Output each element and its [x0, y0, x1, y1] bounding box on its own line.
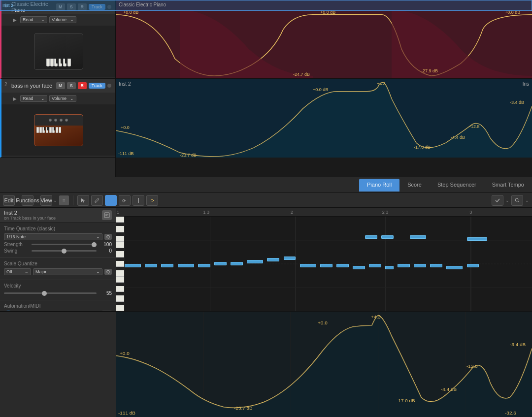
swing-slider[interactable]: [32, 250, 97, 252]
track-header-1: 1 Classic Electric Piano M S R Track ▶ R…: [0, 0, 115, 79]
quantize-q-btn[interactable]: Q: [104, 234, 112, 240]
svg-text:-4.4 dB: -4.4 dB: [441, 386, 457, 392]
automation-lane-bottom: +0.0 -23.7 dB +0.0 +4.3 -17.0 dB -4.4 dB…: [0, 311, 532, 417]
link-tool-btn[interactable]: [146, 195, 158, 206]
track-list: 1 Classic Electric Piano M S R Track ▶ R…: [0, 0, 116, 177]
quantize-title: Time Quantize (classic): [4, 226, 112, 231]
midi-note: [247, 260, 263, 263]
midi-note: [145, 264, 157, 267]
view-btn[interactable]: View: [40, 195, 52, 206]
svg-text:+0.0 dB: +0.0 dB: [313, 87, 328, 92]
automation-curve-1: +0.0 dB -24.7 dB +0.0 dB -27.9 dB +0.0 d…: [116, 0, 532, 78]
lane-1-title: Classic Electric Piano: [119, 2, 166, 7]
quantize-value-row: 1/16 Note⌄ Q: [4, 233, 112, 240]
svg-text:-3.4 dB: -3.4 dB: [510, 100, 524, 105]
region-icon[interactable]: [102, 210, 112, 220]
svg-text:-3.4 dB: -3.4 dB: [510, 342, 526, 347]
velocity-value: 55: [100, 290, 112, 296]
track-1-mode-dropdown[interactable]: Read⌄: [20, 16, 47, 23]
ruler-mark-23: 2 3: [382, 210, 389, 215]
track-2-mode-dropdown[interactable]: Read⌄: [20, 95, 47, 102]
arrange-icon-btn[interactable]: ≡: [59, 195, 69, 205]
svg-text:-111 dB: -111 dB: [118, 151, 134, 156]
region-info-text: Inst 2 on Track bass in your face: [4, 210, 56, 221]
track-2-record-btn[interactable]: R: [78, 82, 87, 89]
svg-text:-27.9 dB: -27.9 dB: [421, 68, 438, 73]
scale-off-dropdown[interactable]: Off⌄: [4, 268, 31, 275]
pr-main: [116, 217, 532, 311]
midi-note: [178, 264, 194, 267]
cursor-tool-btn[interactable]: [77, 195, 89, 206]
slice-tool-btn[interactable]: [133, 195, 144, 206]
strength-slider[interactable]: [32, 244, 97, 245]
snap-tool-btn[interactable]: [492, 195, 503, 206]
scale-row: Off⌄ Major⌄ Q: [4, 268, 112, 275]
scale-type-dropdown[interactable]: Major⌄: [33, 268, 102, 275]
track-lane-1: Classic Electric Piano +0.0 dB -24.7 dB …: [116, 0, 532, 79]
track-number-2: 2: [4, 82, 7, 87]
midi-note: [467, 237, 487, 241]
pr-ruler: 1 1 3 2 2 3 3: [116, 208, 532, 217]
midi-note: [369, 264, 381, 267]
track-2-type-btn[interactable]: Track: [89, 83, 105, 89]
tab-piano-roll[interactable]: Piano Roll: [359, 179, 399, 192]
quantize-value-dropdown[interactable]: 1/16 Note⌄: [4, 233, 102, 240]
quantize-section: Time Quantize (classic) 1/16 Note⌄ Q Str…: [0, 223, 116, 258]
piano-roll-editor: 1 1 3 2 2 3 3 Inst 2: [116, 208, 532, 311]
midi-note: [381, 235, 394, 239]
midi-note: [410, 235, 426, 239]
svg-text:+4.3: +4.3: [371, 314, 381, 320]
track-2-mute-btn[interactable]: M: [56, 82, 65, 89]
toolbar-row: Edit ⌄ Functions ⌄ View ⌄ ≡ ⟳: [0, 193, 532, 208]
scale-quantize-title: Scale Quantize: [4, 261, 112, 266]
automation-midi-label: Automation/MIDI: [4, 303, 112, 309]
svg-text:-17.0 dB: -17.0 dB: [397, 398, 415, 403]
midi-note: [398, 264, 410, 267]
track-1-play-btn[interactable]: ▶: [11, 16, 18, 23]
pencil-tool-btn[interactable]: [91, 195, 103, 206]
track-2-image: [1, 104, 115, 156]
tab-step-sequencer[interactable]: Step Sequencer: [430, 179, 484, 192]
swing-label: Swing: [4, 248, 29, 254]
midi-note: [214, 262, 227, 265]
track-2-play-btn[interactable]: ▶: [11, 95, 18, 102]
svg-text:+0.0: +0.0: [121, 125, 130, 130]
edit-btn[interactable]: Edit: [3, 195, 15, 206]
zoom-tool-btn[interactable]: [511, 195, 523, 206]
midi-note: [336, 264, 349, 267]
midi-note: [198, 264, 210, 267]
tab-score[interactable]: Score: [399, 179, 430, 192]
svg-text:-32.6: -32.6: [505, 410, 516, 416]
svg-text:+4.3: +4.3: [377, 81, 386, 86]
midi-grid[interactable]: [125, 217, 532, 311]
midi-note: [284, 257, 296, 260]
midi-note: [125, 264, 141, 267]
svg-text:+0.0: +0.0: [120, 351, 130, 356]
svg-rect-15: [108, 199, 113, 201]
strength-label: Strength: [4, 242, 29, 247]
track-2-solo-btn[interactable]: S: [67, 82, 76, 89]
functions-btn[interactable]: Functions: [22, 195, 33, 206]
arrangement-section: 1 Classic Electric Piano M S R Track ▶ R…: [0, 0, 532, 177]
svg-text:-4.4 dB: -4.4 dB: [451, 135, 465, 140]
midi-note: [414, 264, 426, 267]
tab-smart-tempo[interactable]: Smart Tempo: [484, 179, 532, 192]
midi-note: [430, 264, 442, 267]
scale-q-btn[interactable]: Q: [104, 269, 112, 275]
ruler-mark-1: 1: [117, 210, 119, 215]
swing-row: Swing 0: [4, 248, 112, 254]
svg-text:-12.8: -12.8: [466, 363, 478, 369]
loop-tool-btn[interactable]: ⟳: [119, 195, 131, 206]
midi-note: [385, 266, 394, 269]
track-2-param-dropdown[interactable]: Volume⌄: [49, 95, 76, 102]
midi-note: [365, 235, 377, 239]
velocity-slider-row: 55: [4, 290, 112, 296]
track-1-param-dropdown[interactable]: Volume⌄: [49, 16, 76, 23]
track-2-topbar: bass in your face M S R Track: [1, 79, 115, 93]
bottom-section: Piano Roll Score Step Sequencer Smart Te…: [0, 177, 532, 417]
region-tool-btn[interactable]: [105, 195, 117, 206]
midi-note: [231, 262, 243, 265]
automation-curve-2: +0.0 -23.7 dB +0.0 dB +4.3 -17.0 dB -4.4…: [116, 79, 532, 158]
strength-row: Strength 100: [4, 242, 112, 247]
velocity-slider[interactable]: [4, 292, 97, 294]
